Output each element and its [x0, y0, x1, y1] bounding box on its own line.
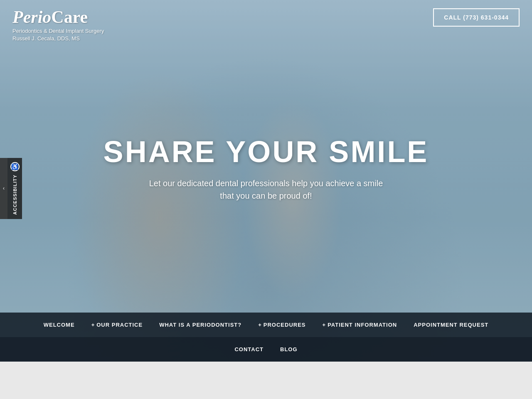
accessibility-panel: ‹ ACCESSIBILITY: [0, 158, 22, 219]
hero-section: PerioCare Periodontics & Dental Implant …: [0, 0, 532, 362]
nav-appointment-request[interactable]: APPOINTMENT REQUEST: [405, 313, 497, 337]
nav-welcome[interactable]: WELCOME: [35, 313, 83, 337]
logo-area: PerioCare Periodontics & Dental Implant …: [12, 8, 104, 42]
logo-perio: Perio: [12, 7, 51, 27]
nav-procedures[interactable]: + PROCEDURES: [250, 313, 314, 337]
nav-row-1: WELCOME + OUR PRACTICE WHAT IS A PERIODO…: [0, 313, 532, 337]
navigation-bar: WELCOME + OUR PRACTICE WHAT IS A PERIODO…: [0, 313, 532, 362]
nav-row-2: CONTACT BLOG: [0, 337, 532, 362]
nav-our-practice[interactable]: + OUR PRACTICE: [83, 313, 151, 337]
hero-content: SHARE YOUR SMILE Let our dedicated denta…: [100, 135, 432, 202]
site-header: PerioCare Periodontics & Dental Implant …: [0, 0, 532, 51]
accessibility-collapse-button[interactable]: ‹: [0, 158, 7, 219]
nav-periodontist[interactable]: WHAT IS A PERIODONTIST?: [151, 313, 250, 337]
hero-subtitle: Let our dedicated dental professionals h…: [100, 177, 432, 202]
logo[interactable]: PerioCare: [12, 8, 104, 26]
call-button[interactable]: CALL (773) 631-0344: [433, 8, 520, 27]
nav-blog[interactable]: BLOG: [272, 337, 306, 362]
accessibility-icon: [10, 162, 20, 171]
nav-patient-information[interactable]: + PATIENT INFORMATION: [314, 313, 406, 337]
logo-subtitle: Periodontics & Dental Implant Surgery Ru…: [12, 27, 104, 42]
footer-bar: [0, 362, 532, 399]
accessibility-label: ACCESSIBILITY: [12, 175, 17, 215]
hero-title: SHARE YOUR SMILE: [100, 135, 432, 169]
logo-care: Care: [51, 7, 88, 27]
accessibility-toggle[interactable]: ACCESSIBILITY: [7, 158, 22, 219]
nav-contact[interactable]: CONTACT: [226, 337, 272, 362]
